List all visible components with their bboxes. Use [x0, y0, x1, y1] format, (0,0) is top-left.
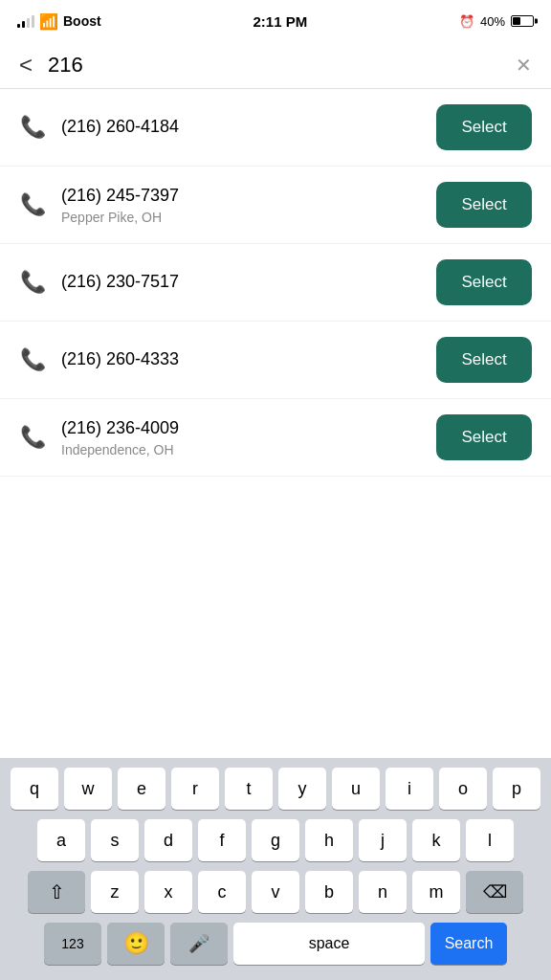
phone-number: (216) 245-7397	[61, 185, 421, 207]
key-f[interactable]: f	[198, 819, 246, 861]
phone-number: (216) 236-4009	[61, 417, 421, 439]
select-button-1[interactable]: Select	[436, 104, 532, 150]
key-w[interactable]: w	[64, 768, 112, 810]
key-e[interactable]: e	[118, 768, 165, 810]
select-button-4[interactable]: Select	[436, 337, 532, 383]
phone-number: (216) 260-4184	[61, 116, 421, 138]
phone-location: Pepper Pike, OH	[61, 210, 421, 225]
delete-key[interactable]: ⌫	[466, 871, 523, 913]
status-bar: 📶 Boost 2:11 PM ⏰ 40%	[0, 0, 551, 42]
phone-icon: 📞	[19, 425, 46, 450]
result-item: 📞 (216) 230-7517 Select	[0, 244, 551, 322]
keyboard-row-4: 123 🙂 🎤 space Search	[4, 923, 547, 965]
search-input[interactable]	[48, 53, 500, 78]
space-key[interactable]: space	[233, 923, 425, 965]
status-time: 2:11 PM	[253, 13, 307, 30]
wifi-icon: 📶	[39, 12, 58, 31]
key-z[interactable]: z	[91, 871, 139, 913]
search-header: < ✕	[0, 42, 551, 89]
phone-icon: 📞	[19, 115, 46, 140]
phone-info: (216) 230-7517	[61, 271, 421, 293]
battery-icon	[511, 15, 534, 27]
key-p[interactable]: p	[493, 768, 540, 810]
key-g[interactable]: g	[252, 819, 299, 861]
phone-info: (216) 245-7397 Pepper Pike, OH	[61, 185, 421, 224]
result-item: 📞 (216) 260-4333 Select	[0, 322, 551, 399]
keyboard-row-3: ⇧ z x c v b n m ⌫	[4, 871, 547, 913]
key-h[interactable]: h	[305, 819, 353, 861]
key-t[interactable]: t	[225, 768, 273, 810]
select-button-5[interactable]: Select	[436, 414, 532, 460]
key-s[interactable]: s	[91, 819, 139, 861]
emoji-key[interactable]: 🙂	[107, 923, 165, 965]
back-button[interactable]: <	[15, 50, 36, 80]
key-b[interactable]: b	[305, 871, 353, 913]
status-right: ⏰ 40%	[459, 14, 534, 29]
key-y[interactable]: y	[278, 768, 326, 810]
phone-location: Independence, OH	[61, 442, 421, 457]
keyboard-row-1: q w e r t y u i o p	[4, 768, 547, 810]
key-o[interactable]: o	[439, 768, 487, 810]
key-a[interactable]: a	[37, 819, 85, 861]
phone-icon: 📞	[19, 270, 46, 295]
select-button-3[interactable]: Select	[436, 259, 532, 305]
key-u[interactable]: u	[332, 768, 380, 810]
phone-info: (216) 260-4333	[61, 348, 421, 370]
search-input-container	[48, 53, 500, 78]
mic-key[interactable]: 🎤	[170, 923, 228, 965]
alarm-icon: ⏰	[459, 14, 474, 29]
search-key[interactable]: Search	[430, 923, 507, 965]
shift-key[interactable]: ⇧	[28, 871, 85, 913]
keyboard: q w e r t y u i o p a s d f g h j k l ⇧ …	[0, 758, 551, 980]
phone-icon: 📞	[19, 347, 46, 372]
key-v[interactable]: v	[252, 871, 299, 913]
key-j[interactable]: j	[359, 819, 407, 861]
key-c[interactable]: c	[198, 871, 246, 913]
results-list: 📞 (216) 260-4184 Select 📞 (216) 245-7397…	[0, 89, 551, 629]
result-item: 📞 (216) 245-7397 Pepper Pike, OH Select	[0, 167, 551, 244]
phone-number: (216) 260-4333	[61, 348, 421, 370]
clear-button[interactable]: ✕	[512, 50, 536, 80]
key-n[interactable]: n	[359, 871, 407, 913]
key-i[interactable]: i	[386, 768, 433, 810]
phone-info: (216) 236-4009 Independence, OH	[61, 417, 421, 457]
carrier-name: Boost	[63, 13, 101, 29]
key-x[interactable]: x	[144, 871, 192, 913]
key-d[interactable]: d	[144, 819, 192, 861]
result-item: 📞 (216) 260-4184 Select	[0, 89, 551, 167]
key-l[interactable]: l	[466, 819, 514, 861]
phone-number: (216) 230-7517	[61, 271, 421, 293]
phone-info: (216) 260-4184	[61, 116, 421, 138]
key-r[interactable]: r	[171, 768, 219, 810]
status-left: 📶 Boost	[17, 12, 101, 31]
key-q[interactable]: q	[11, 768, 58, 810]
battery-percent: 40%	[480, 14, 505, 29]
key-k[interactable]: k	[412, 819, 460, 861]
key-m[interactable]: m	[412, 871, 460, 913]
num123-key[interactable]: 123	[44, 923, 101, 965]
result-item: 📞 (216) 236-4009 Independence, OH Select	[0, 399, 551, 477]
keyboard-row-2: a s d f g h j k l	[4, 819, 547, 861]
select-button-2[interactable]: Select	[436, 182, 532, 228]
phone-icon: 📞	[19, 192, 46, 217]
signal-icon	[17, 14, 34, 28]
